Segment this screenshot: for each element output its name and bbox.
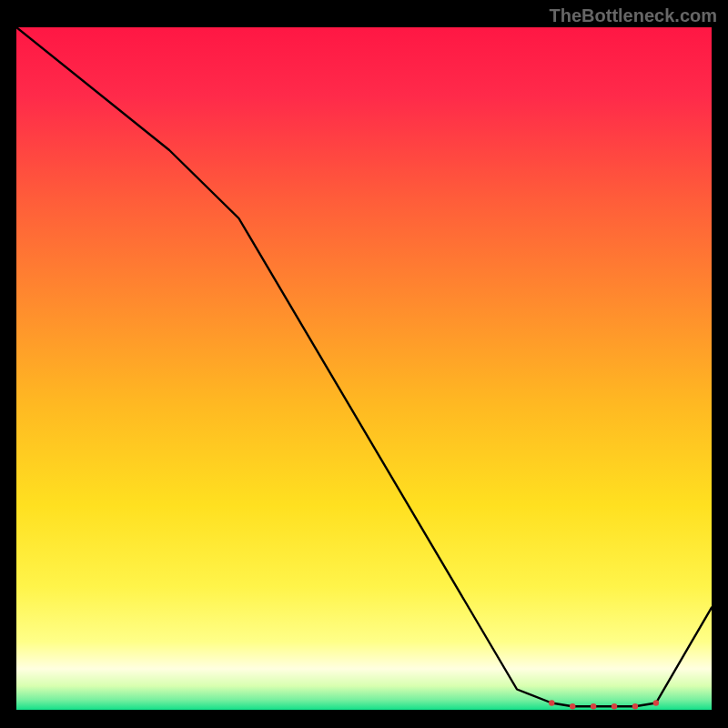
curve-marker [632, 703, 638, 709]
curve-marker [570, 703, 575, 709]
chart-plot-area [16, 27, 712, 710]
curve-marker [591, 703, 596, 709]
curve-marker [612, 703, 617, 709]
curve-marker [549, 700, 554, 705]
watermark-text: TheBottleneck.com [550, 5, 717, 26]
curve-marker [653, 700, 659, 705]
svg-rect-0 [16, 27, 712, 710]
